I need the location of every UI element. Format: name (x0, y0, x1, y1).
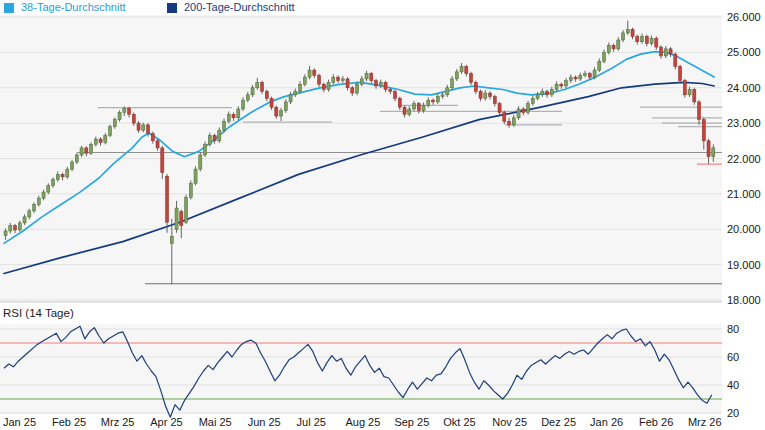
candle-body (655, 38, 658, 47)
candle-body (432, 100, 435, 102)
ma38-swatch-icon (4, 3, 14, 13)
candle-body (413, 104, 416, 109)
rsi-panel-title: RSI (14 Tage) (3, 307, 74, 319)
candle-body (280, 111, 283, 116)
month-axis-label: Mrz 25 (101, 416, 135, 428)
candle-body (151, 134, 154, 141)
candle-body (199, 155, 202, 169)
candle-body (417, 104, 420, 111)
candle-body (503, 113, 506, 122)
candle-body (565, 81, 568, 86)
candle-body (645, 36, 648, 43)
candle-body (113, 120, 116, 127)
candle-body (99, 139, 102, 143)
candle-body (465, 67, 468, 74)
candle-body (436, 97, 439, 102)
candle-body (484, 93, 487, 98)
candle-body (332, 77, 335, 82)
candle-body (470, 74, 473, 83)
candle-body (626, 29, 629, 33)
candle-body (356, 84, 359, 93)
candle-body (56, 174, 59, 179)
candle-body (603, 52, 606, 61)
candle-body (617, 40, 620, 49)
candle-body (375, 81, 378, 86)
candle-body (90, 144, 93, 153)
month-axis-label: Aug 25 (345, 416, 380, 428)
candle-body (213, 136, 216, 141)
candle-body (218, 130, 221, 141)
candle-body (622, 33, 625, 40)
legend-label-ma200: 200-Tage-Durchschnitt (184, 1, 295, 14)
candle-body (688, 90, 691, 95)
candle-body (541, 91, 544, 95)
candle-body (14, 226, 17, 230)
candle-body (18, 223, 21, 230)
legend-item-ma38: 38-Tage-Durchschnitt (4, 1, 126, 14)
candle-body (379, 82, 382, 86)
candle-body (303, 77, 306, 84)
candle-body (674, 54, 677, 66)
candle-body (522, 109, 525, 113)
ma200-swatch-icon (167, 3, 177, 13)
candle-body (479, 91, 482, 98)
candle-body (284, 102, 287, 111)
candle-body (4, 231, 7, 236)
candle-body (37, 198, 40, 204)
candle-body (246, 95, 249, 100)
price-axis-label: 21.000 (727, 188, 761, 200)
legend-label-ma38: 38-Tage-Durchschnitt (21, 1, 126, 14)
candle-body (337, 77, 340, 81)
chart-legend: 38-Tage-Durchschnitt 200-Tage-Durchschni… (0, 0, 765, 15)
candle-body (341, 79, 344, 81)
candle-body (712, 148, 715, 157)
month-axis-label: Okt 25 (443, 416, 475, 428)
candle-body (322, 84, 325, 89)
candle-body (123, 108, 126, 112)
candle-body (365, 74, 368, 79)
candle-body (204, 144, 207, 155)
candle-body (299, 84, 302, 91)
candle-body (579, 75, 582, 79)
candle-body (455, 72, 458, 79)
candle-body (270, 98, 273, 107)
candle-body (508, 121, 511, 125)
candle-body (327, 82, 330, 89)
candle-body (531, 98, 534, 103)
candle-body (180, 212, 183, 226)
candle-body (142, 125, 145, 130)
candle-body (660, 47, 663, 56)
candle-body (265, 91, 268, 98)
candle-body (118, 113, 121, 120)
candle-body (398, 98, 401, 107)
candle-body (66, 169, 69, 177)
candle-body (161, 148, 164, 173)
price-axis-label: 18.000 (727, 294, 761, 306)
candle-body (261, 82, 264, 91)
candle-body (607, 45, 610, 52)
candle-body (33, 204, 36, 210)
candle-body (669, 49, 672, 54)
candle-body (109, 127, 112, 136)
candle-body (546, 91, 549, 95)
candle-body (555, 84, 558, 89)
candle-body (132, 114, 135, 123)
candle-body (175, 208, 178, 229)
candle-body (664, 49, 667, 56)
candle-body (147, 125, 150, 134)
candle-body (636, 36, 639, 41)
candle-body (536, 95, 539, 99)
candle-body (493, 97, 496, 104)
candle-body (641, 36, 644, 41)
price-axis-label: 20.000 (727, 223, 761, 235)
candle-body (23, 217, 26, 223)
candle-body (185, 197, 188, 222)
candle-body (227, 114, 230, 121)
candle-body (137, 123, 140, 130)
candle-body (394, 91, 397, 98)
candle-body (9, 226, 12, 231)
candle-body (294, 91, 297, 95)
candle-body (550, 90, 553, 95)
candle-body (593, 70, 596, 77)
candle-body (446, 88, 449, 95)
